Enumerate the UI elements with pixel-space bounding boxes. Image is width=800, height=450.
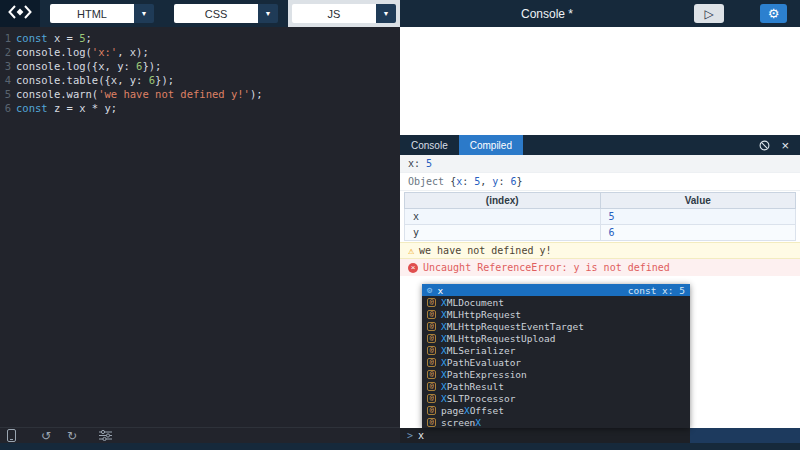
prompt-icon: > [407,430,413,441]
table-row: x5 [405,209,796,225]
editor-settings-icon[interactable] [99,430,112,441]
token-pl: console.log( [16,46,92,58]
device-preview-icon[interactable] [7,429,16,442]
css-dropdown-button[interactable]: ▼ [258,4,278,23]
code-text: console.table({x, y: 6}); [16,73,174,87]
autocomplete-list: @XMLDocument@XMLHttpRequest@XMLHttpReque… [422,296,690,428]
token-pl: : [462,176,474,187]
tabbar-spacer [523,135,759,155]
token-pl: x: [408,158,426,169]
autocomplete-item-label: XPathResult [441,381,504,392]
autocomplete-item-label: XMLSerializer [441,345,515,356]
symbol-icon: @ [427,418,436,427]
code-text: const x = 5; [16,31,92,45]
autocomplete-item-label: XMLDocument [441,297,504,308]
token-pl: , [480,176,492,187]
autocomplete-item[interactable]: @XMLHttpRequest [422,308,690,320]
app-logo[interactable] [0,0,40,27]
autocomplete-item[interactable]: @XMLHttpRequestEventTarget [422,320,690,332]
token-pl: console.table({x, y: [16,74,149,86]
symbol-icon: @ [427,406,436,415]
autocomplete-item-label: XMLHttpRequestUpload [441,333,555,344]
label-pre: page [441,405,464,416]
warning-icon: ⚠ [408,246,414,256]
autocomplete-item[interactable]: @screenX [422,416,690,428]
js-editor-pane: 1const x = 5;2console.log('x:', x);3cons… [0,27,400,443]
code-text: console.warn('we have not defined y!'); [16,87,263,101]
console-log-rows: x: 5Object {x: 5, y: 6} [400,155,800,191]
autocomplete-item[interactable]: @XPathExpression [422,368,690,380]
console-table-body: x5y6 [405,209,796,241]
token-str: 'we have not defined y!' [98,88,250,100]
topbar: HTML ▼ CSS ▼ JS ▼ Console * ▷ ⚙ [0,0,800,27]
wrench-icon: ⚙ [427,286,432,295]
code-line: 1const x = 5; [0,31,400,45]
token-pl: } [516,176,522,187]
autocomplete-item-label: XMLHttpRequestEventTarget [441,321,584,332]
console-log-row: x: 5 [400,155,800,173]
table-index-cell: y [405,225,601,241]
autocomplete-item[interactable]: @XPathEvaluator [422,356,690,368]
symbol-icon: @ [427,370,436,379]
table-header-cell: Value [600,193,796,209]
label-pre: screen [441,417,475,428]
redo-icon[interactable]: ↻ [67,430,77,442]
console-tabbar: Console Compiled × [400,135,800,155]
autocomplete-selected-label: x [437,285,443,296]
symbol-icon: @ [427,394,436,403]
autocomplete-popup: ⚙ x const x: 5 @XMLDocument@XMLHttpReque… [422,284,690,428]
code-area[interactable]: 1const x = 5;2console.log('x:', x);3cons… [0,27,400,427]
line-number: 4 [0,73,11,87]
autocomplete-selected-item[interactable]: ⚙ x const x: 5 [422,284,690,296]
autocomplete-item-label: XPathEvaluator [441,357,521,368]
chevron-down-icon: ▼ [141,10,148,17]
symbol-icon: @ [427,346,436,355]
label-post: PathExpression [447,369,527,380]
table-index-cell: x [405,209,601,225]
autocomplete-item[interactable]: @XMLDocument [422,296,690,308]
tab-compiled[interactable]: Compiled [459,135,523,155]
clear-console-icon[interactable] [759,135,770,155]
token-pl: ; [86,32,92,44]
autocomplete-item[interactable]: @XMLHttpRequestUpload [422,332,690,344]
token-pl: , x); [117,46,149,58]
console-warning-row: ⚠ we have not defined y! [400,242,800,259]
tab-console[interactable]: Console [400,135,459,155]
autocomplete-item[interactable]: @XSLTProcessor [422,392,690,404]
app: HTML ▼ CSS ▼ JS ▼ Console * ▷ ⚙ [0,0,800,450]
html-dropdown-button[interactable]: ▼ [134,4,154,23]
gear-icon: ⚙ [768,6,780,21]
css-tab-selector[interactable]: CSS [174,4,258,23]
console-input-value: x [418,430,424,441]
autocomplete-item[interactable]: @XMLSerializer [422,344,690,356]
symbol-icon: @ [427,322,436,331]
bottom-status-strip [0,443,800,450]
output-preview [400,27,800,135]
code-line: 5console.warn('we have not defined y!'); [0,87,400,101]
run-button[interactable]: ▷ [694,4,724,23]
table-row: y6 [405,225,796,241]
js-tab-selector[interactable]: JS [292,4,376,23]
undo-icon[interactable]: ↺ [41,430,51,442]
close-console-icon[interactable]: × [781,135,789,155]
code-line: 6const z = x * y; [0,101,400,115]
chevron-down-icon: ▼ [383,10,390,17]
console-input[interactable]: > x [400,428,690,443]
js-dropdown-button[interactable]: ▼ [376,4,396,23]
autocomplete-item-label: XSLTProcessor [441,393,515,404]
token-pl: }); [142,60,161,72]
code-text: console.log('x:', x); [16,45,149,59]
token-pl: x = [48,32,80,44]
html-tab-selector[interactable]: HTML [50,4,134,23]
code-line: 2console.log('x:', x); [0,45,400,59]
token-pl: console.log({x, y: [16,60,136,72]
settings-button[interactable]: ⚙ [760,4,787,23]
autocomplete-item[interactable]: @XPathResult [422,380,690,392]
right-pane: Console Compiled × x: 5Object {x: 5, y: … [400,27,800,443]
token-kw: const [16,102,48,114]
table-value-cell: 6 [600,225,796,241]
label-post: MLHttpRequest [447,309,521,320]
token-pl: : [498,176,510,187]
autocomplete-item[interactable]: @pageXOffset [422,404,690,416]
label-post: PathResult [447,381,504,392]
